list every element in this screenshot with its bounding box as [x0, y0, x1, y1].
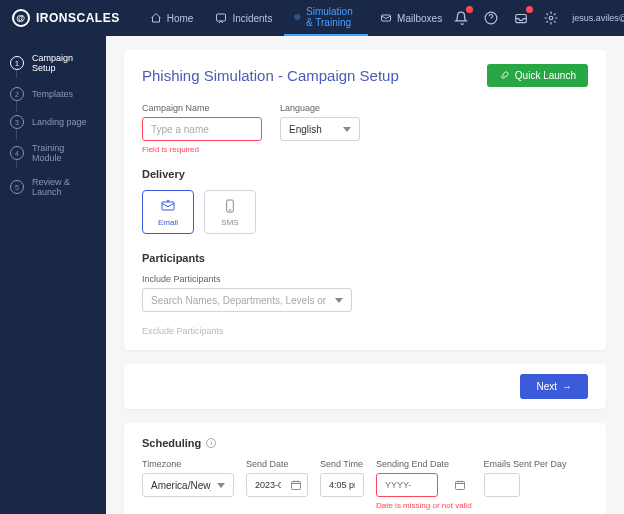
nav-simulation[interactable]: Simulation & Training: [284, 0, 368, 36]
bell-icon: [454, 11, 468, 25]
help-icon: [484, 11, 498, 25]
delivery-sms-label: SMS: [221, 218, 238, 227]
step-training-module[interactable]: 4Training Module: [0, 136, 106, 170]
timezone-select[interactable]: America/New_York: [142, 473, 234, 497]
end-date-input[interactable]: [376, 473, 438, 497]
step-label: Campaign Setup: [32, 53, 96, 73]
help-button[interactable]: [482, 9, 500, 27]
delivery-title: Delivery: [142, 168, 588, 180]
svg-rect-7: [162, 202, 174, 210]
calendar-icon: [290, 479, 302, 491]
rocket-icon: [499, 70, 510, 81]
nav-home[interactable]: Home: [140, 0, 204, 36]
step-label: Review & Launch: [32, 177, 96, 197]
delivery-sms[interactable]: SMS: [204, 190, 256, 234]
per-day-label: Emails Sent Per Day: [484, 459, 567, 469]
nav-incidents[interactable]: Incidents: [205, 0, 282, 36]
svg-point-1: [295, 15, 300, 20]
main-content: Phishing Simulation - Campaign Setup Qui…: [106, 36, 624, 514]
send-time-input[interactable]: [320, 473, 364, 497]
per-day-input[interactable]: [484, 473, 520, 497]
nav-simulation-label: Simulation & Training: [306, 6, 358, 28]
nav-home-label: Home: [167, 13, 194, 24]
page-title: Phishing Simulation - Campaign Setup: [142, 67, 399, 84]
language-label: Language: [280, 103, 360, 113]
info-icon[interactable]: i: [206, 438, 216, 448]
user-email: jesus.aviles@inboun...: [572, 13, 624, 23]
step-review-launch[interactable]: 5Review & Launch: [0, 170, 106, 204]
delivery-email-label: Email: [158, 218, 178, 227]
scheduling-title: Schedulingi: [142, 437, 588, 449]
timezone-label: Timezone: [142, 459, 234, 469]
arrow-right-icon: →: [562, 381, 572, 392]
wizard-sidebar: 1Campaign Setup 2Templates 3Landing page…: [0, 36, 106, 514]
include-participants-label: Include Participants: [142, 274, 588, 284]
logo: @ IRONSCALES: [12, 9, 120, 27]
brand-text: IRONSCALES: [36, 11, 120, 25]
svg-rect-9: [292, 482, 301, 490]
notifications-button[interactable]: [452, 9, 470, 27]
quick-launch-button[interactable]: Quick Launch: [487, 64, 588, 87]
topbar: @ IRONSCALES Home Incidents Simulation &…: [0, 0, 624, 36]
logo-icon: @: [12, 9, 30, 27]
user-menu[interactable]: jesus.aviles@inboun... ▾: [572, 13, 624, 23]
send-time-label: Send Time: [320, 459, 364, 469]
next-button[interactable]: Next →: [520, 374, 588, 399]
nav-mailboxes-label: Mailboxes: [397, 13, 442, 24]
end-date-error: Date is missing or not valid: [376, 501, 472, 510]
mailbox-icon: [380, 12, 392, 24]
step-label: Training Module: [32, 143, 96, 163]
step-label: Landing page: [32, 117, 87, 127]
delivery-email[interactable]: Email: [142, 190, 194, 234]
next-label: Next: [536, 381, 557, 392]
email-icon: [160, 198, 176, 214]
send-date-label: Send Date: [246, 459, 308, 469]
exclude-participants-label: Exclude Participants: [142, 326, 224, 336]
calendar-icon: [454, 479, 466, 491]
end-date-label: Sending End Date: [376, 459, 472, 469]
quick-launch-label: Quick Launch: [515, 70, 576, 81]
campaign-name-error: Field is required: [142, 145, 262, 154]
svg-point-2: [297, 16, 299, 18]
language-select[interactable]: English: [280, 117, 360, 141]
campaign-name-input[interactable]: [142, 117, 262, 141]
svg-rect-0: [217, 14, 226, 21]
target-icon: [294, 11, 301, 23]
chat-icon: [215, 12, 227, 24]
svg-rect-10: [455, 482, 464, 490]
topbar-right: jesus.aviles@inboun... ▾: [452, 9, 624, 27]
participants-title: Participants: [142, 252, 588, 264]
sms-icon: [222, 198, 238, 214]
inbox-icon: [514, 11, 528, 25]
home-icon: [150, 12, 162, 24]
main-nav: Home Incidents Simulation & Training Mai…: [140, 0, 452, 36]
step-templates[interactable]: 2Templates: [0, 80, 106, 108]
step-campaign-setup[interactable]: 1Campaign Setup: [0, 46, 106, 80]
nav-mailboxes[interactable]: Mailboxes: [370, 0, 452, 36]
step-label: Templates: [32, 89, 73, 99]
notification-badge: [466, 6, 473, 13]
campaign-name-label: Campaign Name: [142, 103, 262, 113]
nav-incidents-label: Incidents: [232, 13, 272, 24]
step-landing-page[interactable]: 3Landing page: [0, 108, 106, 136]
svg-point-6: [549, 16, 553, 20]
inbox-badge: [526, 6, 533, 13]
inbox-button[interactable]: [512, 9, 530, 27]
gear-icon: [544, 11, 558, 25]
settings-button[interactable]: [542, 9, 560, 27]
include-participants-select[interactable]: Search Names, Departments, Levels or Tag…: [142, 288, 352, 312]
